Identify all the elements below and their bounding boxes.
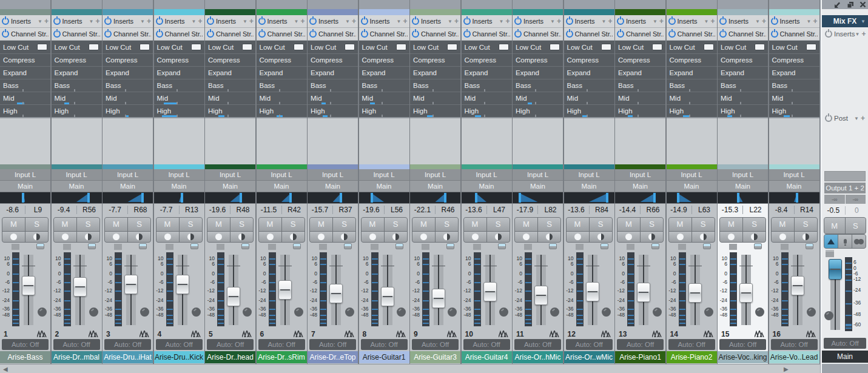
power-icon[interactable]	[53, 30, 61, 38]
fader-handle[interactable]	[176, 275, 189, 294]
automation-button[interactable]: Auto: Off	[566, 339, 613, 350]
compress-row[interactable]: Compress	[462, 53, 512, 66]
power-icon[interactable]	[207, 18, 214, 25]
record-arm-button[interactable]	[515, 232, 537, 243]
automation-button[interactable]: Auto: Off	[104, 339, 151, 350]
record-arm-button[interactable]	[617, 232, 640, 243]
meter-mode-button[interactable]	[651, 243, 659, 249]
power-icon[interactable]	[156, 18, 163, 25]
mute-button[interactable]: M	[156, 218, 179, 231]
fader-handle[interactable]	[483, 282, 497, 301]
pan-value[interactable]: R68	[127, 206, 153, 214]
bass-row[interactable]: Bass	[205, 79, 255, 92]
expand-row[interactable]: Expand	[410, 66, 460, 79]
sends-area[interactable]	[667, 117, 717, 164]
pan-knob[interactable]	[602, 307, 611, 317]
monitor-button[interactable]	[180, 232, 202, 243]
meter-mode-button[interactable]	[806, 243, 813, 249]
add-insert-icon[interactable]: +	[147, 17, 151, 25]
monitor-button[interactable]	[436, 232, 458, 243]
channel-strip-insert[interactable]: Channel Str..	[718, 28, 768, 41]
automation-button[interactable]: Auto: Off	[361, 339, 408, 350]
fader-handle[interactable]	[637, 283, 650, 302]
pan-control[interactable]	[462, 192, 512, 204]
meter-mode-button[interactable]	[601, 243, 608, 249]
bass-row[interactable]: Bass	[103, 79, 153, 92]
compress-row[interactable]: Compress	[359, 53, 409, 66]
power-icon[interactable]	[104, 30, 112, 38]
pan-control[interactable]	[103, 192, 153, 204]
output-selector[interactable]: Main	[103, 181, 153, 192]
sends-area[interactable]	[205, 117, 255, 164]
inserts-header[interactable]: Inserts ▼ +	[513, 15, 563, 28]
mid-row[interactable]: Mid	[0, 92, 50, 104]
meter-mode-button[interactable]	[293, 243, 301, 249]
inserts-header[interactable]: Inserts ▼ +	[0, 15, 50, 28]
add-insert-icon[interactable]: +	[861, 30, 866, 38]
automation-button[interactable]: Auto: Off	[309, 339, 356, 350]
waveform-icon[interactable]	[447, 331, 457, 337]
waveform-icon[interactable]	[345, 331, 354, 337]
low-cut-row[interactable]: Low Cut	[462, 41, 512, 53]
pan-knob[interactable]	[397, 307, 406, 317]
channel-name[interactable]: Arise-Or..wMic	[564, 351, 614, 363]
expand-row[interactable]: Expand	[513, 66, 563, 79]
high-row[interactable]: High	[154, 104, 204, 117]
mid-row[interactable]: Mid	[308, 92, 358, 104]
sends-area[interactable]	[308, 117, 358, 164]
solo-button[interactable]: S	[282, 218, 304, 231]
channel-color-bar[interactable]	[513, 9, 563, 15]
fader-handle[interactable]	[534, 286, 548, 305]
add-insert-icon[interactable]: +	[813, 17, 817, 25]
fader-handle[interactable]	[227, 287, 240, 306]
detach-window-icon[interactable]	[834, 1, 841, 8]
clip-indicator[interactable]	[781, 244, 789, 250]
channel-color-bar[interactable]	[410, 9, 460, 15]
pan-knob[interactable]	[807, 307, 816, 317]
volume-value[interactable]: -22.1	[410, 206, 435, 214]
low-cut-toggle[interactable]	[550, 44, 560, 50]
master-automation-button[interactable]: Auto: Off	[824, 338, 866, 349]
channel-name[interactable]: Arise-Piano2	[667, 351, 717, 363]
record-arm-button[interactable]	[156, 232, 179, 243]
pan-value[interactable]: R46	[435, 206, 460, 214]
automation-button[interactable]: Auto: Off	[258, 339, 305, 350]
solo-button[interactable]: S	[436, 218, 458, 231]
fader-handle[interactable]	[329, 284, 343, 303]
pan-marker[interactable]	[444, 193, 446, 203]
mute-button[interactable]: M	[362, 218, 384, 231]
output-selector[interactable]: Main	[513, 181, 563, 192]
bass-row[interactable]: Bass	[359, 79, 409, 92]
pan-value[interactable]: L22	[742, 206, 768, 214]
fader-handle[interactable]	[432, 289, 445, 308]
inserts-header[interactable]: Inserts ▼ +	[103, 15, 153, 28]
power-icon[interactable]	[617, 30, 624, 38]
mid-row[interactable]: Mid	[564, 92, 614, 104]
pan-knob[interactable]	[448, 307, 457, 317]
channel-name[interactable]: Arise-Dr..head	[205, 351, 255, 363]
output-selector[interactable]: Main	[410, 181, 460, 192]
master-output-selector[interactable]: Output 1 + 2	[824, 183, 866, 193]
mute-button[interactable]: M	[515, 218, 537, 231]
low-cut-row[interactable]: Low Cut	[154, 41, 204, 53]
clip-indicator[interactable]	[422, 244, 429, 250]
mute-button[interactable]: M	[54, 218, 76, 231]
mute-button[interactable]: M	[412, 218, 435, 231]
channel-strip-insert[interactable]: Channel Str..	[615, 28, 665, 41]
channel-color-bar[interactable]	[205, 9, 255, 15]
fader-handle[interactable]	[688, 283, 702, 303]
close-icon[interactable]	[860, 1, 866, 8]
clip-indicator[interactable]	[217, 244, 224, 250]
pan-knob[interactable]	[192, 307, 201, 317]
power-icon[interactable]	[825, 115, 832, 122]
pan-control[interactable]	[410, 192, 460, 204]
low-cut-toggle[interactable]	[499, 44, 509, 50]
mute-button[interactable]: M	[207, 218, 230, 231]
power-icon[interactable]	[566, 18, 573, 25]
pan-value[interactable]: L47	[486, 206, 512, 214]
fader-handle[interactable]	[278, 280, 292, 300]
add-send-icon[interactable]: +	[861, 114, 865, 123]
low-cut-toggle[interactable]	[704, 44, 714, 50]
fader-handle[interactable]	[586, 282, 599, 301]
chevron-down-icon[interactable]: ▼	[140, 19, 145, 24]
